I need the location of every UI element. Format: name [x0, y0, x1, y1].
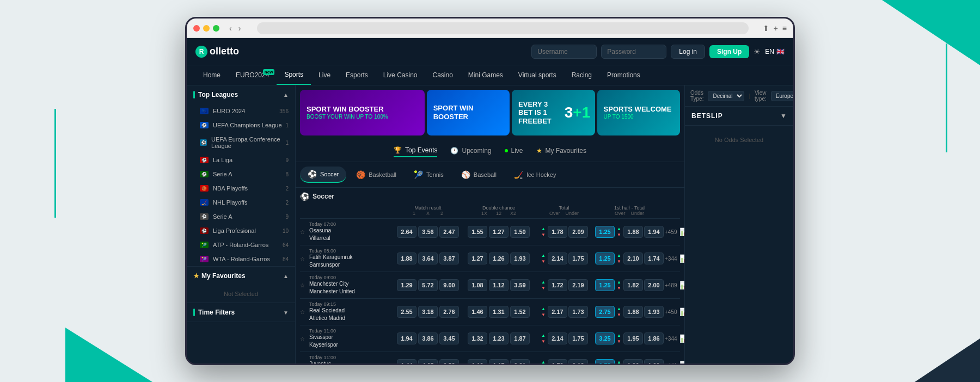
- league-nhl[interactable]: 🏒 NHL Playoffs 2: [187, 195, 295, 210]
- odds-2-1[interactable]: 1.88: [397, 252, 416, 264]
- betslip-chevron[interactable]: ▼: [780, 112, 787, 120]
- top-leagues-header[interactable]: Top Leagues ▲: [187, 85, 295, 104]
- odds-6-1[interactable]: 1.44: [397, 359, 416, 363]
- sport-tab-tennis[interactable]: 🎾 Tennis: [406, 167, 451, 182]
- league-laliga[interactable]: ⚽ La Liga 9: [187, 153, 295, 167]
- total-under-6[interactable]: 2.18: [568, 359, 588, 363]
- theme-icon[interactable]: ☀: [754, 47, 761, 56]
- nav-live[interactable]: Live: [311, 66, 338, 84]
- dc-4-1x[interactable]: 1.46: [468, 306, 487, 318]
- odds-1-1[interactable]: 2.64: [397, 226, 416, 238]
- fav-star-6[interactable]: ☆: [300, 362, 305, 364]
- sport-tab-soccer[interactable]: ⚽ Soccer: [300, 167, 346, 183]
- banner-2[interactable]: SPORT WIN BOOSTER: [427, 90, 510, 135]
- my-favourites-header[interactable]: ★ My Favourites ▲: [187, 267, 295, 285]
- chart-icon-1[interactable]: 📊: [679, 227, 684, 236]
- nav-casino[interactable]: Casino: [425, 66, 460, 84]
- total-under-3[interactable]: 2.19: [568, 279, 588, 291]
- odds-5-2[interactable]: 3.45: [439, 332, 459, 344]
- odds-2-2[interactable]: 3.87: [439, 252, 459, 264]
- nav-racing[interactable]: Racing: [564, 66, 599, 84]
- tab-top-events[interactable]: 🏆 Top Events: [394, 144, 437, 157]
- window-minimize-dot[interactable]: [203, 25, 210, 32]
- league-liga-pro[interactable]: ⚽ Liga Profesional 10: [187, 224, 295, 238]
- language-selector[interactable]: EN 🇬🇧: [765, 48, 785, 56]
- league-wta[interactable]: 🎾 WTA - Roland-Garros 84: [187, 252, 295, 266]
- back-button[interactable]: ‹: [227, 23, 234, 34]
- ht-under-4[interactable]: 1.93: [644, 306, 664, 318]
- odds-3-x[interactable]: 5.72: [418, 279, 438, 291]
- chart-icon-2[interactable]: 📊: [679, 254, 684, 263]
- dc-3-1x[interactable]: 1.08: [468, 279, 487, 291]
- odds-6-x[interactable]: 4.65: [418, 359, 438, 363]
- ht-over-6[interactable]: 1.96: [623, 359, 643, 363]
- total-over-6[interactable]: 1.72: [548, 359, 567, 363]
- more-btn-3[interactable]: +489: [665, 282, 677, 288]
- odds-4-x[interactable]: 3.18: [418, 306, 438, 318]
- time-filters-header[interactable]: Time Filters ▼: [187, 303, 295, 322]
- total-under-5[interactable]: 1.75: [568, 332, 588, 344]
- total-over-3[interactable]: 1.72: [548, 279, 567, 291]
- window-maximize-dot[interactable]: [213, 25, 219, 32]
- dc-3-x2[interactable]: 3.59: [510, 279, 530, 291]
- chart-icon-3[interactable]: 📊: [679, 281, 684, 289]
- total-over-2[interactable]: 2.14: [548, 252, 567, 264]
- password-input[interactable]: [601, 45, 666, 59]
- dc-2-12[interactable]: 1.26: [489, 252, 509, 264]
- banner-4[interactable]: SPORTS WELCOMEUP TO 1500: [597, 90, 680, 135]
- ht-over-4[interactable]: 1.88: [623, 306, 643, 318]
- more-btn-2[interactable]: +344: [665, 256, 677, 262]
- ht-under-3[interactable]: 2.00: [644, 279, 664, 291]
- dc-6-12[interactable]: 1.17: [489, 359, 509, 363]
- nav-euro2024[interactable]: EURO2024 new: [228, 66, 277, 84]
- ht-under-6[interactable]: 1.90: [644, 359, 664, 363]
- login-button[interactable]: Log in: [671, 45, 705, 59]
- add-tab-button[interactable]: +: [774, 24, 778, 33]
- signup-button[interactable]: Sign Up: [709, 45, 749, 58]
- tab-live[interactable]: Live: [505, 145, 523, 157]
- odds-type-select[interactable]: Decimal: [708, 91, 744, 101]
- ht-under-1[interactable]: 1.94: [644, 226, 664, 238]
- total-under-2[interactable]: 1.75: [568, 252, 588, 264]
- username-input[interactable]: [531, 45, 597, 59]
- odds-2-x[interactable]: 3.64: [418, 252, 438, 264]
- odds-3-2[interactable]: 9.00: [439, 279, 459, 291]
- nav-sports[interactable]: Sports: [277, 65, 311, 85]
- ht-hl-4[interactable]: 2.75: [595, 306, 615, 318]
- address-bar[interactable]: [257, 22, 748, 34]
- odds-3-1[interactable]: 1.29: [397, 279, 416, 291]
- total-over-4[interactable]: 2.17: [548, 306, 567, 318]
- nav-virtual[interactable]: Virtual sports: [511, 66, 564, 84]
- nav-home[interactable]: Home: [195, 66, 228, 84]
- chart-icon-4[interactable]: 📊: [679, 307, 684, 316]
- ht-hl-1[interactable]: 1.25: [595, 226, 615, 238]
- league-nba[interactable]: 🏀 NBA Playoffs 2: [187, 181, 295, 195]
- odds-1-2[interactable]: 2.47: [439, 226, 459, 238]
- nav-live-casino[interactable]: Live Casino: [376, 66, 425, 84]
- odds-4-1[interactable]: 2.55: [397, 306, 416, 318]
- ht-over-1[interactable]: 1.88: [623, 226, 643, 238]
- total-under-4[interactable]: 1.73: [568, 306, 588, 318]
- total-over-5[interactable]: 2.14: [548, 332, 567, 344]
- more-btn-4[interactable]: +450: [665, 309, 677, 315]
- chart-icon-6[interactable]: 📊: [679, 361, 684, 363]
- total-over-1[interactable]: 1.78: [548, 226, 567, 238]
- odds-4-2[interactable]: 2.76: [439, 306, 459, 318]
- window-close-dot[interactable]: [193, 25, 200, 32]
- nav-esports[interactable]: Esports: [338, 66, 376, 84]
- fav-star-2[interactable]: ☆: [300, 256, 305, 262]
- fav-star-5[interactable]: ☆: [300, 336, 305, 342]
- view-type-select[interactable]: European: [771, 91, 793, 101]
- logo[interactable]: R olletto: [195, 46, 239, 58]
- tab-upcoming[interactable]: 🕐 Upcoming: [450, 145, 491, 157]
- dc-6-1x[interactable]: 1.12: [468, 359, 487, 363]
- fav-star-4[interactable]: ☆: [300, 309, 305, 315]
- tab-my-favourites[interactable]: ★ My Favourites: [536, 145, 586, 157]
- nav-mini-games[interactable]: Mini Games: [461, 66, 511, 84]
- ht-hl-2[interactable]: 1.25: [595, 252, 615, 264]
- ht-over-2[interactable]: 2.10: [623, 252, 643, 264]
- ht-hl-6[interactable]: 2.75: [595, 359, 615, 363]
- more-btn-6[interactable]: +441: [665, 362, 677, 364]
- dc-5-12[interactable]: 1.23: [489, 332, 509, 344]
- chart-icon-5[interactable]: 📊: [679, 334, 684, 343]
